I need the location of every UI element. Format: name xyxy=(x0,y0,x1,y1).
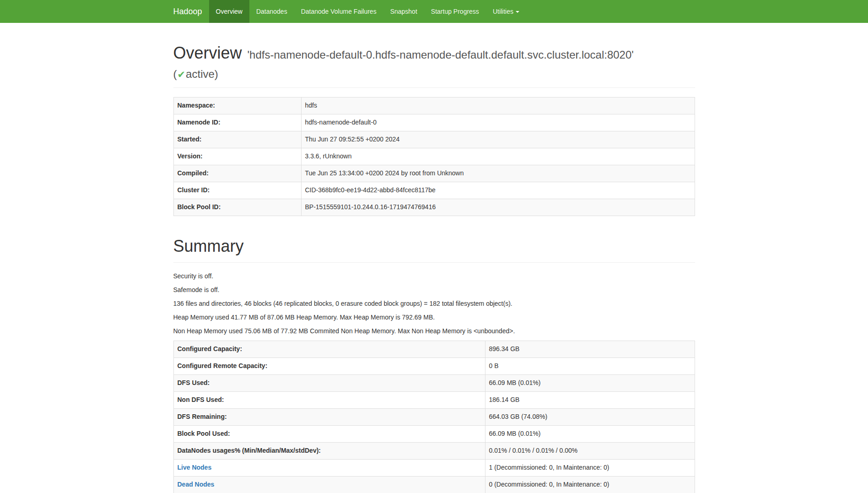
summary-table: Configured Capacity: 896.34 GB Configure… xyxy=(173,341,695,493)
table-row: Non DFS Used: 186.14 GB xyxy=(173,391,695,408)
nav-utilities-label: Utilities xyxy=(493,8,513,15)
page-header: Overview 'hdfs-namenode-default-0.hdfs-n… xyxy=(173,41,695,88)
nav-snapshot[interactable]: Snapshot xyxy=(383,0,424,23)
table-row: Configured Capacity: 896.34 GB xyxy=(173,341,695,358)
security-status-text: Security is off. xyxy=(173,272,695,281)
row-value: CID-368b9fc0-ee19-4d22-abbd-84fcec8117be xyxy=(301,182,695,199)
row-value: 66.09 MB (0.01%) xyxy=(485,425,695,442)
main-content: Overview 'hdfs-namenode-default-0.hdfs-n… xyxy=(167,41,702,493)
row-value: 896.34 GB xyxy=(485,341,695,358)
row-value: Tue Jun 25 13:34:00 +0200 2024 by root f… xyxy=(301,165,695,182)
row-label: Cluster ID: xyxy=(173,182,301,199)
row-value: 0 (Decommissioned: 0, In Maintenance: 0) xyxy=(485,476,695,493)
summary-heading: Summary xyxy=(173,234,695,258)
nav-datanode-volume-failures[interactable]: Datanode Volume Failures xyxy=(294,0,383,23)
row-label: DFS Used: xyxy=(173,374,485,391)
table-row: Live Nodes 1 (Decommissioned: 0, In Main… xyxy=(173,459,695,476)
dead-nodes-link[interactable]: Dead Nodes xyxy=(178,481,215,488)
row-value: 664.03 GB (74.08%) xyxy=(485,408,695,425)
table-row: Configured Remote Capacity: 0 B xyxy=(173,358,695,374)
row-label: Dead Nodes xyxy=(173,476,485,493)
nav-overview[interactable]: Overview xyxy=(209,0,249,23)
row-label: Live Nodes xyxy=(173,459,485,476)
divider xyxy=(173,262,695,263)
status-text: active) xyxy=(186,68,218,80)
navbar-menu: Overview Datanodes Datanode Volume Failu… xyxy=(209,0,526,23)
row-label: Configured Remote Capacity: xyxy=(173,358,485,374)
nav-datanodes[interactable]: Datanodes xyxy=(249,0,294,23)
row-value: 1 (Decommissioned: 0, In Maintenance: 0) xyxy=(485,459,695,476)
row-value: 186.14 GB xyxy=(485,391,695,408)
nav-utilities-dropdown[interactable]: Utilities xyxy=(486,0,526,23)
row-label: Block Pool Used: xyxy=(173,425,485,442)
row-value: hdfs-namenode-default-0 xyxy=(301,114,695,131)
namenode-status: (✔active) xyxy=(173,66,695,82)
row-label: DataNodes usages% (Min/Median/Max/stdDev… xyxy=(173,442,485,459)
table-row: Namenode ID: hdfs-namenode-default-0 xyxy=(173,114,695,131)
check-icon: ✔ xyxy=(177,69,186,80)
nav-item: Snapshot xyxy=(383,0,424,23)
row-label: Configured Capacity: xyxy=(173,341,485,358)
table-row: DFS Remaining: 664.03 GB (74.08%) xyxy=(173,408,695,425)
row-label: Compiled: xyxy=(173,165,301,182)
nav-item: Datanode Volume Failures xyxy=(294,0,383,23)
overview-info-table: Namespace: hdfs Namenode ID: hdfs-nameno… xyxy=(173,97,695,216)
row-value: Thu Jun 27 09:52:55 +0200 2024 xyxy=(301,131,695,148)
status-open-paren: ( xyxy=(173,68,177,80)
table-row: Compiled: Tue Jun 25 13:34:00 +0200 2024… xyxy=(173,165,695,182)
table-row: Started: Thu Jun 27 09:52:55 +0200 2024 xyxy=(173,131,695,148)
navbar: Hadoop Overview Datanodes Datanode Volum… xyxy=(0,0,868,23)
table-row: Cluster ID: CID-368b9fc0-ee19-4d22-abbd-… xyxy=(173,182,695,199)
brand-hadoop-link[interactable]: Hadoop xyxy=(173,0,209,23)
table-row: Version: 3.3.6, rUnknown xyxy=(173,148,695,165)
row-label: DFS Remaining: xyxy=(173,408,485,425)
heap-memory-text: Heap Memory used 41.77 MB of 87.06 MB He… xyxy=(173,313,695,322)
row-value: 0.01% / 0.01% / 0.01% / 0.00% xyxy=(485,442,695,459)
filesystem-objects-text: 136 files and directories, 46 blocks (46… xyxy=(173,299,695,309)
nav-item: Utilities xyxy=(486,0,526,23)
namenode-address: 'hdfs-namenode-default-0.hdfs-namenode-d… xyxy=(248,47,634,63)
table-row: Block Pool ID: BP-1515559101-10.244.0.16… xyxy=(173,199,695,216)
row-label: Version: xyxy=(173,148,301,165)
table-row: DFS Used: 66.09 MB (0.01%) xyxy=(173,374,695,391)
row-label: Namespace: xyxy=(173,97,301,114)
table-row: DataNodes usages% (Min/Median/Max/stdDev… xyxy=(173,442,695,459)
nav-item: Startup Progress xyxy=(424,0,486,23)
page-title-line: Overview 'hdfs-namenode-default-0.hdfs-n… xyxy=(173,41,695,65)
row-value: 3.3.6, rUnknown xyxy=(301,148,695,165)
nav-item: Overview xyxy=(209,0,249,23)
caret-down-icon xyxy=(516,11,519,13)
table-row: Namespace: hdfs xyxy=(173,97,695,114)
row-label: Block Pool ID: xyxy=(173,199,301,216)
row-value: 66.09 MB (0.01%) xyxy=(485,374,695,391)
safemode-status-text: Safemode is off. xyxy=(173,286,695,295)
row-value: 0 B xyxy=(485,358,695,374)
page-title: Overview xyxy=(173,41,242,65)
table-row: Block Pool Used: 66.09 MB (0.01%) xyxy=(173,425,695,442)
table-row: Dead Nodes 0 (Decommissioned: 0, In Main… xyxy=(173,476,695,493)
row-label: Non DFS Used: xyxy=(173,391,485,408)
nav-startup-progress[interactable]: Startup Progress xyxy=(424,0,486,23)
nav-item: Datanodes xyxy=(249,0,294,23)
row-label: Started: xyxy=(173,131,301,148)
non-heap-memory-text: Non Heap Memory used 75.06 MB of 77.92 M… xyxy=(173,327,695,336)
row-label: Namenode ID: xyxy=(173,114,301,131)
live-nodes-link[interactable]: Live Nodes xyxy=(178,464,212,471)
row-value: BP-1515559101-10.244.0.16-1719474769416 xyxy=(301,199,695,216)
row-value: hdfs xyxy=(301,97,695,114)
